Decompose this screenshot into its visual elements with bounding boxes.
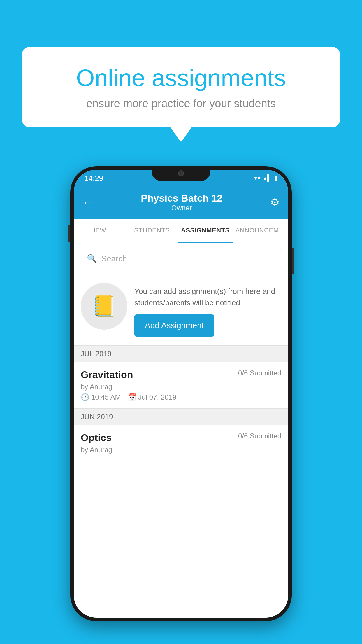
phone-mockup: 14:29 ▾▾ ▴▌ ▮ ← Physics Batch 12 Owner ⚙… bbox=[70, 166, 292, 621]
tab-iew[interactable]: IEW bbox=[74, 219, 126, 243]
assignment-by-gravitation: by Anurag bbox=[81, 383, 281, 391]
tabs-container: IEW STUDENTS ASSIGNMENTS ANNOUNCEM… bbox=[74, 219, 288, 243]
section-month-jul: JUL 2019 bbox=[81, 350, 112, 358]
assignment-item-optics[interactable]: Optics 0/6 Submitted by Anurag bbox=[74, 425, 288, 463]
header-title-group: Physics Batch 12 Owner bbox=[141, 192, 222, 212]
speech-bubble: Online assignments ensure more practice … bbox=[22, 47, 340, 127]
section-month-jun: JUN 2019 bbox=[81, 413, 113, 421]
assignment-submitted-optics: 0/6 Submitted bbox=[238, 432, 281, 440]
status-icons: ▾▾ ▴▌ ▮ bbox=[254, 174, 278, 182]
phone-camera bbox=[178, 170, 184, 176]
wifi-icon: ▾▾ bbox=[254, 174, 261, 182]
time-value: 10:45 AM bbox=[91, 393, 121, 401]
speech-bubble-container: Online assignments ensure more practice … bbox=[22, 47, 340, 127]
back-button[interactable]: ← bbox=[82, 196, 93, 209]
promo-description: You can add assignment(s) from here and … bbox=[134, 286, 281, 309]
assignment-submitted-gravitation: 0/6 Submitted bbox=[238, 369, 281, 377]
assignment-date-gravitation: 📅 Jul 07, 2019 bbox=[128, 393, 176, 401]
phone-side-btn-right bbox=[292, 248, 294, 274]
phone-outer: 14:29 ▾▾ ▴▌ ▮ ← Physics Batch 12 Owner ⚙… bbox=[70, 166, 292, 621]
page-title: Physics Batch 12 bbox=[141, 192, 222, 204]
calendar-icon: 📅 bbox=[128, 393, 136, 401]
speech-bubble-subtitle: ensure more practice for your students bbox=[42, 97, 320, 110]
phone-notch bbox=[152, 166, 210, 181]
assignment-row-top: Gravitation 0/6 Submitted bbox=[81, 369, 281, 380]
promo-card: 📒 You can add assignment(s) from here an… bbox=[74, 274, 288, 346]
assignment-title-optics: Optics bbox=[81, 432, 112, 443]
search-icon: 🔍 bbox=[87, 254, 97, 263]
promo-icon-circle: 📒 bbox=[81, 283, 127, 330]
assignment-by-optics: by Anurag bbox=[81, 446, 281, 454]
section-header-jul: JUL 2019 bbox=[74, 346, 288, 362]
phone-side-btn-left bbox=[68, 225, 70, 242]
search-bar[interactable]: 🔍 Search bbox=[81, 249, 281, 268]
speech-bubble-title: Online assignments bbox=[42, 64, 320, 92]
tab-assignments[interactable]: ASSIGNMENTS bbox=[178, 219, 233, 243]
assignment-item-gravitation[interactable]: Gravitation 0/6 Submitted by Anurag 🕐 10… bbox=[74, 362, 288, 409]
tab-students[interactable]: STUDENTS bbox=[126, 219, 178, 243]
phone-screen: 14:29 ▾▾ ▴▌ ▮ ← Physics Batch 12 Owner ⚙… bbox=[74, 170, 288, 618]
section-header-jun: JUN 2019 bbox=[74, 409, 288, 425]
settings-icon[interactable]: ⚙ bbox=[270, 196, 280, 209]
notebook-icon: 📒 bbox=[92, 294, 117, 318]
promo-content: You can add assignment(s) from here and … bbox=[134, 283, 281, 337]
app-header: ← Physics Batch 12 Owner ⚙ bbox=[74, 187, 288, 219]
signal-icon: ▴▌ bbox=[263, 174, 271, 182]
assignment-details-gravitation: 🕐 10:45 AM 📅 Jul 07, 2019 bbox=[81, 393, 281, 401]
clock-icon: 🕐 bbox=[81, 393, 89, 401]
status-time: 14:29 bbox=[84, 174, 103, 183]
tab-announcements[interactable]: ANNOUNCEM… bbox=[233, 219, 288, 243]
search-placeholder: Search bbox=[101, 254, 127, 263]
battery-icon: ▮ bbox=[274, 174, 278, 182]
search-container: 🔍 Search bbox=[74, 243, 288, 274]
assignment-row-top-optics: Optics 0/6 Submitted bbox=[81, 432, 281, 443]
add-assignment-button[interactable]: Add Assignment bbox=[134, 314, 214, 337]
assignment-time-gravitation: 🕐 10:45 AM bbox=[81, 393, 121, 401]
owner-label: Owner bbox=[141, 204, 222, 212]
date-value: Jul 07, 2019 bbox=[138, 393, 176, 401]
assignment-title-gravitation: Gravitation bbox=[81, 369, 133, 380]
